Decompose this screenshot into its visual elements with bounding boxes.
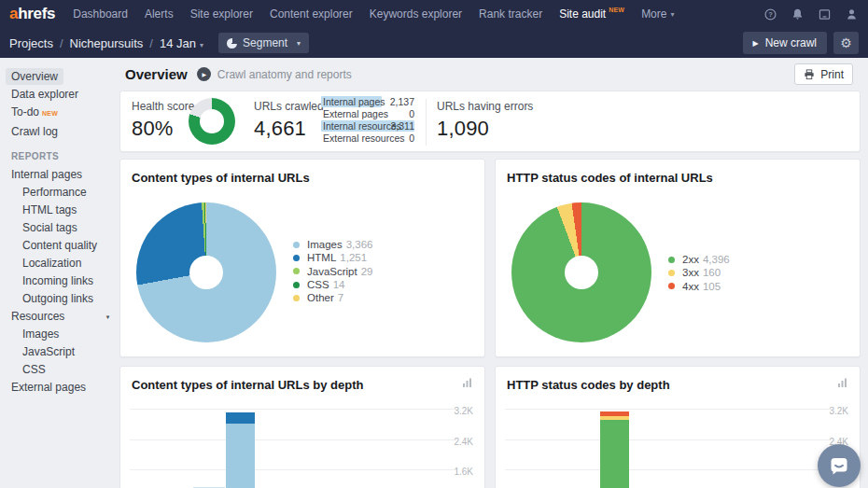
sidebar-item-javascript[interactable]: JavaScript: [17, 343, 80, 360]
legend-item-2xx[interactable]: 2xx4,396: [668, 253, 730, 266]
health-score-donut: [189, 98, 235, 145]
sidebar-item-content-quality[interactable]: Content quality: [17, 237, 103, 254]
card-title: Content types of internal URLs: [132, 171, 310, 185]
sidebar-item-to-do[interactable]: To-doNEW: [6, 104, 63, 122]
breakdown-row-internal-resources[interactable]: Internal resources3,311: [321, 120, 414, 132]
legend-label: Images: [307, 239, 343, 250]
urls-crawled-value: 4,661: [254, 117, 324, 141]
sidebar-item-social-tags[interactable]: Social tags: [17, 219, 83, 236]
legend-item-css[interactable]: CSS14: [293, 278, 373, 291]
sidebar-section-header: REPORTS: [11, 151, 112, 161]
breakdown-value: 0: [409, 108, 414, 119]
sidebar-item-resources[interactable]: Resources▾: [6, 308, 70, 325]
legend-dot: [668, 283, 675, 289]
settings-button[interactable]: ⚙: [833, 32, 859, 54]
browser-icon[interactable]: [818, 7, 832, 21]
page-subtitle: Crawl anatomy and reports: [217, 68, 352, 81]
bar-segment-html[interactable]: [226, 412, 255, 424]
legend-item-javascript[interactable]: JavaScript29: [293, 265, 373, 278]
legend-item-4xx[interactable]: 4xx105: [668, 280, 730, 293]
donut-cards-row: Content types of internal URLs Images3,3…: [119, 159, 861, 357]
legend-item-other[interactable]: Other7: [293, 291, 373, 304]
depth-cards-row: Content types of internal URLs by depth …: [119, 366, 861, 488]
breakdown-row-internal-pages[interactable]: Internal pages2,137: [321, 96, 414, 107]
sidebar-item-incoming-links[interactable]: Incoming links: [17, 272, 99, 289]
chart-type-icon[interactable]: [837, 377, 848, 388]
nav-item-content-explorer[interactable]: Content explorer: [261, 7, 361, 21]
app-window: ahrefs DashboardAlertsSite explorerConte…: [0, 0, 868, 488]
legend-label: 4xx: [682, 281, 699, 292]
crawl-breakdown-table: Internal pages2,137External pages0Intern…: [321, 96, 414, 145]
bell-icon[interactable]: [791, 7, 805, 21]
print-label: Print: [820, 68, 844, 81]
chart-type-icon[interactable]: [462, 377, 473, 388]
legend-dot: [668, 270, 675, 276]
card-title: HTTP status codes of internal URLs: [507, 171, 713, 185]
sidebar-item-internal-pages[interactable]: Internal pages▾: [6, 166, 88, 183]
segment-button[interactable]: Segment ▾: [218, 33, 309, 53]
status-codes-donut[interactable]: [511, 202, 651, 342]
nav-item-rank-tracker[interactable]: Rank tracker: [470, 7, 551, 21]
breadcrumb-projects[interactable]: Projects: [9, 36, 53, 50]
collapse-caret-icon[interactable]: ▾: [106, 311, 110, 324]
legend-dot: [293, 255, 300, 261]
sidebar-item-html-tags[interactable]: HTML tags: [17, 202, 82, 218]
status-codes-legend: 2xx4,3963xx1604xx105: [668, 253, 730, 293]
legend-value: 160: [703, 267, 721, 278]
breadcrumb-14-jan[interactable]: 14 Jan▾: [160, 36, 203, 50]
legend-label: 2xx: [682, 254, 699, 265]
play-icon: ▶: [753, 39, 759, 48]
legend-item-html[interactable]: HTML1,251: [293, 251, 373, 264]
sidebar-item-images[interactable]: Images: [17, 326, 64, 342]
nav-item-dashboard[interactable]: Dashboard: [64, 7, 136, 21]
legend-dot: [293, 268, 300, 274]
legend-label: HTML: [307, 252, 336, 263]
printer-icon: [804, 69, 815, 80]
legend-value: 29: [361, 266, 373, 277]
content-types-legend: Images3,366HTML1,251JavaScript29CSS14Oth…: [293, 238, 373, 304]
tutorial-play-icon[interactable]: ▶: [197, 67, 211, 81]
nav-item-site-explorer[interactable]: Site explorer: [182, 7, 261, 21]
nav-item-more[interactable]: More▾: [633, 7, 682, 21]
help-icon[interactable]: ?: [763, 7, 777, 21]
y-tick-label: 1.6K: [454, 467, 473, 477]
user-icon[interactable]: [845, 7, 859, 21]
content-by-depth-card: Content types of internal URLs by depth …: [119, 366, 485, 488]
chat-widget-button[interactable]: [818, 444, 861, 487]
sidebar-item-data-explorer[interactable]: Data explorer: [6, 86, 84, 103]
sidebar-item-crawl-log[interactable]: Crawl log: [6, 123, 63, 140]
legend-item-3xx[interactable]: 3xx160: [668, 266, 730, 279]
breadcrumb-nichepursuits[interactable]: Nichepursuits: [70, 36, 144, 50]
nav-item-alerts[interactable]: Alerts: [136, 7, 182, 21]
breakdown-value: 2,137: [390, 96, 414, 107]
new-crawl-button[interactable]: ▶ New crawl: [743, 32, 828, 54]
nav-item-site-audit[interactable]: Site auditNEW: [551, 7, 633, 21]
sidebar: OverviewData explorerTo-doNEWCrawl logRE…: [0, 58, 112, 488]
ahrefs-logo[interactable]: ahrefs: [9, 5, 55, 23]
gridline: [130, 439, 456, 440]
gear-icon: ⚙: [840, 35, 852, 50]
breakdown-row-external-resources[interactable]: External resources0: [321, 132, 414, 144]
main-panel: Overview ▶ Crawl anatomy and reports Pri…: [112, 58, 868, 488]
legend-label: JavaScript: [307, 266, 357, 277]
sidebar-item-localization[interactable]: Localization: [17, 255, 87, 272]
sidebar-item-css[interactable]: CSS: [17, 361, 51, 378]
breakdown-row-external-pages[interactable]: External pages0: [321, 108, 414, 119]
nav-item-keywords-explorer[interactable]: Keywords explorer: [361, 7, 470, 21]
legend-item-images[interactable]: Images3,366: [293, 238, 373, 251]
sidebar-item-performance[interactable]: Performance: [17, 184, 92, 201]
sidebar-item-external-pages[interactable]: External pages: [6, 379, 91, 396]
sidebar-item-overview[interactable]: Overview: [6, 68, 63, 85]
bar-segment-images[interactable]: [226, 424, 255, 488]
legend-label: CSS: [307, 279, 329, 290]
overview-header: Overview ▶ Crawl anatomy and reports Pri…: [119, 58, 861, 91]
urls-crawled-label: URLs crawled: [254, 100, 324, 113]
content-types-donut[interactable]: [136, 202, 276, 342]
breakdown-label: External pages: [323, 108, 388, 119]
sidebar-item-outgoing-links[interactable]: Outgoing links: [17, 290, 99, 307]
bar-segment-2xx[interactable]: [600, 420, 629, 488]
print-button[interactable]: Print: [794, 63, 853, 85]
urls-crawled-group: URLs crawled 4,661: [254, 100, 324, 141]
breakdown-value: 0: [409, 132, 414, 144]
legend-value: 1,251: [340, 252, 367, 263]
